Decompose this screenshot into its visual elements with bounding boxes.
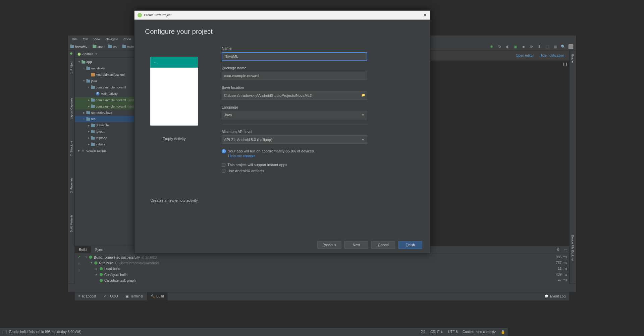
file-icon	[91, 73, 95, 76]
template-preview: ← Empty Activity Creates a new empty act…	[145, 46, 203, 231]
language-value: Java	[224, 113, 232, 117]
save-location-input[interactable]	[222, 91, 367, 99]
class-icon	[96, 92, 100, 95]
sidebar-toggle-icon[interactable]	[569, 44, 573, 49]
menu-view[interactable]: View	[91, 36, 103, 42]
status-dot-icon	[70, 53, 72, 55]
status-context[interactable]: Context: <no context>	[463, 330, 496, 334]
phone-preview: ←	[150, 57, 198, 126]
status-line-sep[interactable]: CRLF ⇕	[430, 330, 443, 334]
tab-favorites[interactable]: 2: Favorites	[69, 176, 73, 195]
build-output-row[interactable]: Calculate task graph	[85, 277, 549, 283]
menu-navigate[interactable]: Navigate	[103, 36, 121, 42]
tab-build-bottom[interactable]: 🔨Build	[147, 292, 168, 300]
tab-structure[interactable]: 7: Structure	[69, 139, 73, 157]
gradle-icon: ⛭	[82, 149, 85, 152]
tab-gradle[interactable]: Gradle	[571, 53, 575, 65]
next-button[interactable]: Next	[344, 241, 368, 249]
tab-layout-captures[interactable]: Layout Captures	[69, 96, 73, 121]
sdk-icon[interactable]: ⬇	[537, 44, 542, 49]
toolbar-actions: ✱ ↻ ◐ ▣ ■ ⟳ ⬇ ⬚ ▦ 🔍	[489, 44, 576, 49]
menu-edit[interactable]: Edit	[80, 36, 91, 42]
breadcrumb-item[interactable]: NovaML〉	[70, 44, 92, 49]
tab-event-log[interactable]: 💬Event Log	[541, 292, 570, 300]
finish-button[interactable]: Finish	[398, 241, 422, 249]
structure-icon[interactable]: ▦	[553, 44, 558, 49]
checkbox-icon	[222, 163, 225, 167]
chevron-down-icon: ▼	[361, 113, 365, 117]
status-bar: Gradle build finished in 998 ms (today 3…	[0, 328, 508, 336]
module-icon	[93, 45, 96, 48]
left-tool-gutter: 1: Project Layout Captures 7: Structure …	[68, 50, 75, 283]
breadcrumb-item[interactable]: src〉	[108, 44, 121, 49]
build-tab-sync[interactable]: Sync	[91, 246, 107, 253]
rerun-icon[interactable]: ↗	[77, 255, 80, 259]
close-icon[interactable]: ✕	[423, 12, 427, 18]
dialog-titlebar: Create New Project ✕	[135, 11, 430, 20]
hide-notification-link[interactable]: Hide notification	[540, 54, 564, 58]
help-me-choose-link[interactable]: Help me choose	[228, 154, 255, 158]
avd-icon[interactable]: ▣	[513, 44, 518, 49]
package-input[interactable]	[222, 72, 367, 80]
folder-icon	[91, 105, 95, 108]
browse-folder-icon[interactable]: 📁	[361, 93, 365, 97]
dialog-heading: Configure your project	[145, 27, 419, 36]
sync-icon[interactable]: ↻	[497, 44, 502, 49]
search-icon[interactable]: 🔍	[560, 44, 566, 49]
build-output-row[interactable]: Run build C:\Users\nradovskiy\Android	[85, 260, 549, 266]
folder-icon	[70, 45, 74, 48]
previous-button[interactable]: Previous	[317, 241, 341, 249]
build-output-tree[interactable]: Build: completed successfully at 3/16/20…	[83, 253, 551, 292]
save-location-label: Save location	[222, 85, 367, 90]
mod-icon	[82, 61, 85, 64]
api-info-text: i Your app will run on approximately 85.…	[222, 149, 367, 153]
tab-todo[interactable]: ✓TODO	[100, 292, 122, 300]
project-view-label: Android	[83, 52, 94, 56]
folder-icon	[91, 130, 95, 133]
build-times-column: 985 ms767 ms11 ms439 ms47 ms	[551, 253, 569, 292]
androidx-checkbox[interactable]: Use AndroidX artifacts	[222, 169, 367, 173]
tab-device-file-explorer[interactable]: Device File Explorer	[571, 233, 575, 263]
name-input[interactable]	[222, 52, 367, 61]
build-output-row[interactable]: Load build	[85, 266, 549, 272]
folder-icon	[91, 124, 95, 127]
more-icon[interactable]: ⋮	[77, 269, 81, 273]
minimize-icon[interactable]: —	[562, 246, 569, 253]
cancel-button[interactable]: Cancel	[371, 241, 395, 249]
chevron-down-icon: ▼	[361, 137, 365, 142]
name-label: Name	[222, 46, 367, 51]
language-select[interactable]: Java ▼	[222, 111, 367, 119]
tab-terminal[interactable]: ▣Terminal	[122, 292, 147, 300]
menu-code[interactable]: Code	[121, 36, 133, 42]
build-panel-toolbar: ↗ ⊟ ⋮	[75, 253, 83, 292]
folder-icon	[86, 79, 90, 82]
api-level-value: API 21: Android 5.0 (Lollipop)	[224, 137, 272, 142]
breadcrumb-item[interactable]: app〉	[93, 44, 107, 49]
build-tab-build[interactable]: Build	[75, 246, 91, 253]
build-output-row[interactable]: Configure build	[85, 272, 549, 277]
tab-build-variants[interactable]: Build Variants	[69, 213, 73, 234]
bug-icon[interactable]: ✱	[489, 44, 494, 49]
stop-icon[interactable]: ■	[521, 44, 526, 49]
folder-icon	[108, 45, 112, 48]
status-lock-icon[interactable]: 🔒	[501, 330, 505, 334]
open-editor-link[interactable]: Open editor	[516, 54, 534, 58]
toggle-icon[interactable]: ⊟	[77, 262, 80, 266]
api-level-select[interactable]: API 21: Android 5.0 (Lollipop) ▼	[222, 135, 367, 144]
profile-icon[interactable]: ◐	[505, 44, 511, 49]
gear-icon[interactable]: ⚙	[555, 246, 562, 253]
status-encoding[interactable]: UTF-8	[448, 330, 458, 334]
toolbar-icon[interactable]: ⟳	[529, 44, 534, 49]
toolbar-icon[interactable]: ⬚	[545, 44, 550, 49]
menu-file[interactable]: File	[70, 36, 80, 42]
tab-logcat[interactable]: ≡6: Logcat	[75, 292, 100, 300]
tool-windows-icon[interactable]	[3, 330, 7, 334]
folder-icon	[91, 98, 95, 102]
chevron-down-icon: ▼	[95, 53, 98, 56]
instant-apps-checkbox[interactable]: This project will support instant apps	[222, 163, 367, 167]
tab-project[interactable]: 1: Project	[69, 60, 73, 75]
build-output-row[interactable]: Build: completed successfully at 3/16/20	[85, 254, 549, 260]
pause-icon[interactable]: ❚❚	[562, 62, 568, 66]
folder-icon	[91, 86, 95, 89]
status-position[interactable]: 2:1	[421, 330, 426, 334]
